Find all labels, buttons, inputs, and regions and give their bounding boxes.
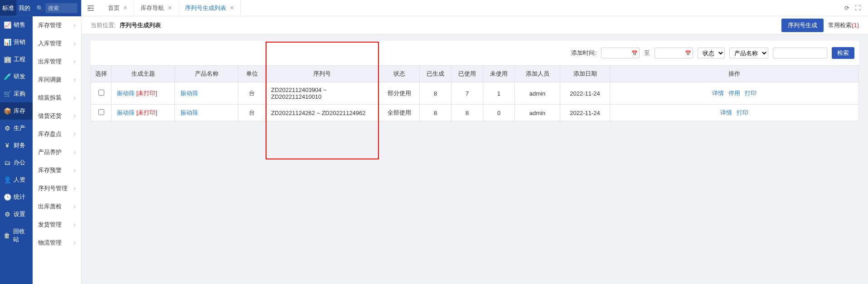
status-select[interactable]: 状态 bbox=[698, 48, 725, 58]
primary-nav-item[interactable]: 📈销售 bbox=[0, 16, 33, 34]
secondary-nav-item[interactable]: 发货管理› bbox=[33, 216, 81, 234]
nav-item-label: 采购 bbox=[14, 90, 25, 98]
nav-item-icon: 📈 bbox=[4, 21, 11, 29]
table-header: 序列号 bbox=[266, 66, 379, 82]
table-row: 振动筛 [未打印]振动筛台ZD2022112403904 ~ ZD2022112… bbox=[91, 82, 859, 105]
search-input[interactable] bbox=[45, 3, 78, 13]
keyword-input[interactable] bbox=[773, 48, 827, 58]
topic-link[interactable]: 振动筛 bbox=[117, 109, 135, 116]
nav-item-icon: ⚙ bbox=[4, 211, 11, 218]
secondary-search: 🔍 bbox=[33, 0, 81, 16]
secondary-nav-item[interactable]: 序列号管理› bbox=[33, 179, 81, 197]
search-button[interactable]: 检索 bbox=[832, 47, 854, 59]
table-row: 振动筛 [未打印]振动筛台ZD20221124262 ~ ZD202211249… bbox=[91, 105, 859, 121]
chevron-right-icon: › bbox=[74, 167, 76, 173]
secondary-nav-item[interactable]: 库存管理› bbox=[33, 16, 81, 34]
secondary-nav-item[interactable]: 入库管理› bbox=[33, 34, 81, 53]
secondary-nav-label: 库存预警 bbox=[38, 166, 62, 174]
secondary-nav-item[interactable]: 库间调拨› bbox=[33, 71, 81, 89]
close-icon[interactable]: ✕ bbox=[168, 5, 172, 11]
secondary-nav-item[interactable]: 组装拆装› bbox=[33, 89, 81, 107]
primary-nav-item[interactable]: 🗂办公 bbox=[0, 154, 33, 171]
secondary-nav-label: 物流管理 bbox=[38, 239, 62, 247]
adder-cell: admin bbox=[515, 82, 560, 105]
nav-item-icon: 🕒 bbox=[4, 193, 11, 201]
collapse-sidebar-button[interactable] bbox=[85, 3, 96, 14]
secondary-nav-item[interactable]: 出库质检› bbox=[33, 197, 81, 216]
serial-table: 选择生成主题产品名称单位序列号状态已生成已使用未使用添加人员添加日期操作 振动筛… bbox=[91, 65, 859, 121]
tabs: 首页✕库存导航✕序列号生成列表✕ bbox=[102, 0, 844, 16]
primary-nav-item[interactable]: 👤人资 bbox=[0, 171, 33, 188]
nav-item-label: 库存 bbox=[14, 107, 25, 115]
secondary-nav-label: 序列号管理 bbox=[38, 184, 68, 193]
table-header: 未使用 bbox=[483, 66, 515, 82]
primary-nav-item[interactable]: ⚙生产 bbox=[0, 120, 33, 137]
nav-item-icon: 🧪 bbox=[4, 73, 11, 80]
close-icon[interactable]: ✕ bbox=[123, 5, 127, 11]
fullscreen-icon[interactable]: ⛶ bbox=[855, 5, 861, 11]
nav-item-label: 设置 bbox=[14, 210, 25, 218]
secondary-nav-label: 库存盘点 bbox=[38, 130, 62, 138]
secondary-nav-label: 组装拆装 bbox=[38, 94, 62, 102]
nav-item-label: 销售 bbox=[14, 21, 25, 29]
primary-nav-item[interactable]: 📊营销 bbox=[0, 34, 33, 51]
row-checkbox[interactable] bbox=[98, 109, 104, 115]
nav-item-icon: ¥ bbox=[4, 142, 11, 149]
primary-nav-item[interactable]: 🛒采购 bbox=[0, 85, 33, 102]
primary-nav-item[interactable]: ¥财务 bbox=[0, 137, 33, 154]
secondary-nav-item[interactable]: 物流管理› bbox=[33, 234, 81, 252]
generate-serial-button[interactable]: 序列号生成 bbox=[781, 19, 824, 32]
nav-tab-mine[interactable]: 我的 bbox=[16, 0, 33, 16]
op-link[interactable]: 详情 bbox=[720, 109, 732, 116]
secondary-nav-item[interactable]: 产品养护› bbox=[33, 143, 81, 161]
secondary-nav-item[interactable]: 库存预警› bbox=[33, 161, 81, 179]
primary-nav-item[interactable]: 🏢工程 bbox=[0, 51, 33, 68]
chevron-right-icon: › bbox=[74, 95, 76, 101]
op-link[interactable]: 详情 bbox=[712, 90, 724, 96]
secondary-nav-label: 出库管理 bbox=[38, 58, 62, 66]
op-link[interactable]: 停用 bbox=[728, 90, 740, 96]
product-select[interactable]: 产品名称 bbox=[729, 48, 768, 58]
chevron-right-icon: › bbox=[74, 131, 76, 137]
primary-nav-item[interactable]: 🕒统计 bbox=[0, 188, 33, 206]
topic-link[interactable]: 振动筛 bbox=[117, 90, 135, 96]
tab[interactable]: 首页✕ bbox=[102, 0, 134, 16]
product-link[interactable]: 振动筛 bbox=[180, 109, 198, 116]
chevron-right-icon: › bbox=[74, 113, 76, 119]
primary-nav-item[interactable]: 🧪研发 bbox=[0, 68, 33, 85]
nav-item-label: 财务 bbox=[14, 141, 25, 149]
table-header: 操作 bbox=[610, 66, 859, 82]
print-badge: [未打印] bbox=[136, 109, 157, 116]
ops-cell: 详情 停用 打印 bbox=[610, 82, 859, 105]
saved-search-link[interactable]: 常用检索(1) bbox=[828, 21, 859, 29]
print-badge: [未打印] bbox=[136, 90, 157, 96]
nav-item-label: 工程 bbox=[14, 55, 25, 63]
filter-addtime-label: 添加时间: bbox=[571, 49, 596, 57]
primary-nav-item[interactable]: 🗑回收站 bbox=[0, 223, 33, 248]
row-checkbox[interactable] bbox=[98, 90, 104, 96]
close-icon[interactable]: ✕ bbox=[230, 5, 234, 11]
date-separator: 至 bbox=[644, 49, 650, 57]
product-link[interactable]: 振动筛 bbox=[180, 90, 198, 96]
secondary-nav-item[interactable]: 借货还货› bbox=[33, 107, 81, 125]
op-link[interactable]: 打印 bbox=[737, 109, 748, 116]
nav-tab-standard[interactable]: 标准 bbox=[0, 0, 16, 16]
chevron-right-icon: › bbox=[74, 22, 76, 29]
chevron-right-icon: › bbox=[74, 77, 76, 83]
primary-nav-item[interactable]: ⚙设置 bbox=[0, 206, 33, 223]
secondary-nav-label: 借货还货 bbox=[38, 112, 62, 120]
primary-nav-item[interactable]: 📦库存 bbox=[0, 102, 33, 120]
refresh-icon[interactable]: ⟳ bbox=[844, 5, 849, 11]
secondary-nav-item[interactable]: 库存盘点› bbox=[33, 125, 81, 143]
tab-label: 序列号生成列表 bbox=[185, 4, 226, 12]
adder-cell: admin bbox=[515, 105, 560, 121]
op-link[interactable]: 打印 bbox=[745, 90, 756, 96]
chevron-right-icon: › bbox=[74, 185, 76, 192]
date-from-input[interactable] bbox=[601, 48, 640, 58]
tab[interactable]: 序列号生成列表✕ bbox=[179, 0, 241, 16]
tab[interactable]: 库存导航✕ bbox=[134, 0, 179, 16]
date-to-input[interactable] bbox=[655, 48, 693, 58]
secondary-nav-item[interactable]: 出库管理› bbox=[33, 53, 81, 71]
generated-cell: 8 bbox=[420, 105, 451, 121]
nav-item-label: 研发 bbox=[14, 72, 25, 81]
